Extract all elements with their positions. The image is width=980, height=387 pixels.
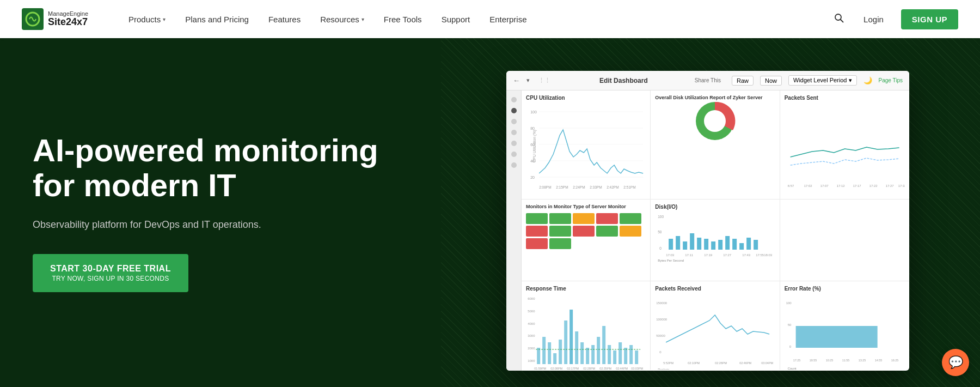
hero-left: AI-powered monitoring for modern IT Obse… (0, 38, 441, 387)
error-rate-chart: 100 50 0 17:25 18:55 10:25 11:55 13:2 (785, 293, 905, 370)
svg-rect-101 (795, 326, 877, 348)
svg-text:2:15PM: 2:15PM (556, 185, 568, 189)
svg-rect-37 (690, 233, 694, 250)
monitor-box-6 (526, 226, 548, 237)
svg-text:100: 100 (530, 110, 537, 114)
hero-title: AI-powered monitoring for modern IT (33, 133, 408, 203)
svg-text:2:51PM: 2:51PM (623, 185, 635, 189)
svg-text:CPU Utilization (%): CPU Utilization (%) (532, 130, 537, 162)
svg-text:17:11: 17:11 (685, 253, 694, 257)
svg-rect-63 (548, 342, 551, 364)
charts-row-3: Response Time 6000 5000 4000 3000 2000 1… (522, 281, 909, 370)
packets-sent-chart: 6:57 17:02 17:07 17:12 17:17 17:22 17:27… (785, 102, 905, 190)
svg-text:17:32: 17:32 (898, 184, 905, 188)
svg-text:17:12: 17:12 (836, 184, 845, 188)
svg-rect-44 (739, 243, 744, 250)
svg-text:6000: 6000 (528, 297, 535, 300)
nav-free-tools[interactable]: Free Tools (376, 10, 430, 28)
dashboard-dropdown[interactable]: ▾ (526, 77, 530, 84)
sidebar-dot-4 (511, 130, 517, 135)
svg-rect-72 (597, 337, 600, 364)
dashboard-topbar: ← ▾ ⋮⋮ Edit Dashboard Share This Raw Now… (506, 71, 909, 90)
dashboard-back-button[interactable]: ← (513, 76, 520, 84)
svg-text:13:25: 13:25 (858, 359, 866, 362)
monitor-box-8 (573, 226, 595, 237)
svg-text:50: 50 (787, 323, 791, 326)
response-time-title: Response Time (526, 286, 646, 292)
nav-features[interactable]: Features (261, 10, 308, 28)
svg-rect-67 (569, 310, 573, 364)
svg-text:50: 50 (658, 230, 662, 234)
chat-bubble-button[interactable]: 💬 (942, 349, 969, 376)
logo-text: ManageEngine Site24x7 (48, 10, 88, 28)
cpu-utilization-panel: CPU Utilization 100 80 60 40 20 CPU Util… (522, 90, 651, 199)
dashboard-title: Edit Dashboard (559, 77, 688, 84)
cta-main-text: START 30-DAY FREE TRIAL (50, 264, 171, 274)
svg-text:02:17PM: 02:17PM (567, 367, 579, 370)
search-icon (834, 13, 844, 23)
nav-plans-pricing[interactable]: Plans and Pricing (177, 10, 256, 28)
charts-row-1: CPU Utilization 100 80 60 40 20 CPU Util… (522, 90, 909, 199)
svg-text:80: 80 (530, 126, 535, 130)
svg-rect-41 (718, 240, 722, 250)
svg-text:02:28PM: 02:28PM (715, 361, 727, 365)
nav-products[interactable]: Products ▾ (121, 10, 173, 28)
svg-text:03:04PM: 03:04PM (761, 361, 773, 365)
svg-text:14:55: 14:55 (874, 359, 882, 362)
products-chevron-icon: ▾ (163, 16, 166, 22)
dashboard-sidebar (506, 90, 522, 371)
monitor-boxes-grid (526, 211, 646, 251)
page-tips-label[interactable]: Page Tips (879, 77, 903, 83)
sidebar-dot-2 (511, 108, 517, 113)
login-button[interactable]: Login (857, 10, 890, 28)
moon-icon[interactable]: 🌙 (863, 76, 872, 84)
svg-text:17:17: 17:17 (853, 184, 861, 188)
packets-sent-panel: Packets Sent 6:57 17:02 17:07 17:12 1 (780, 90, 909, 199)
svg-text:0: 0 (659, 246, 661, 250)
nav-enterprise[interactable]: Enterprise (482, 10, 534, 28)
signup-button[interactable]: SIGN UP (901, 9, 958, 29)
now-button[interactable]: Now (760, 76, 782, 86)
svg-text:02:08PM: 02:08PM (550, 367, 562, 370)
hero-cta-button[interactable]: START 30-DAY FREE TRIAL TRY NOW, SIGN UP… (33, 254, 188, 292)
svg-rect-78 (629, 345, 633, 364)
svg-text:10:25: 10:25 (825, 359, 833, 362)
svg-text:17:07: 17:07 (820, 184, 829, 188)
nav-resources[interactable]: Resources ▾ (313, 10, 372, 28)
svg-text:16:25: 16:25 (891, 359, 898, 362)
widget-level-button[interactable]: Widget Level Period ▾ (788, 75, 857, 86)
hero-right: ← ▾ ⋮⋮ Edit Dashboard Share This Raw Now… (441, 38, 980, 387)
svg-text:1000: 1000 (528, 359, 535, 362)
svg-rect-70 (586, 348, 589, 364)
disk-io-chart: 100 50 0 (655, 211, 775, 277)
svg-rect-35 (676, 236, 680, 250)
svg-text:02:35PM: 02:35PM (599, 367, 611, 370)
svg-text:03:03PM: 03:03PM (631, 367, 643, 370)
svg-rect-66 (564, 321, 567, 364)
empty-panel-1 (780, 199, 909, 281)
cpu-panel-title: CPU Utilization (526, 95, 646, 101)
charts-row-2: Monitors in Monitor Type of Server Monit… (522, 199, 909, 281)
monitor-type-title: Monitors in Monitor Type of Server Monit… (526, 204, 646, 209)
response-time-chart: 6000 5000 4000 3000 2000 1000 (526, 293, 646, 370)
disk-utilization-panel: Overall Disk Utilization Report of Zyker… (651, 90, 780, 199)
svg-text:6:57: 6:57 (787, 184, 794, 188)
search-button[interactable] (832, 11, 846, 28)
logo[interactable]: ManageEngine Site24x7 (22, 8, 88, 30)
monitor-box-5 (620, 213, 641, 224)
svg-text:17:03: 17:03 (666, 253, 675, 257)
monitor-box-10 (620, 226, 641, 237)
raw-button[interactable]: Raw (732, 76, 754, 86)
svg-text:02:44PM: 02:44PM (616, 367, 628, 370)
monitor-box-1 (526, 213, 548, 224)
svg-rect-38 (697, 238, 701, 250)
svg-text:01:59PM: 01:59PM (534, 367, 546, 370)
svg-text:5000: 5000 (528, 310, 535, 313)
nav-support[interactable]: Support (434, 10, 478, 28)
svg-text:Bytes Per Second: Bytes Per Second (658, 259, 684, 262)
monitor-box-7 (549, 226, 571, 237)
svg-text:17:55: 17:55 (756, 253, 764, 257)
svg-rect-43 (732, 239, 737, 250)
monitor-box-12 (549, 238, 571, 249)
chat-icon: 💬 (948, 355, 963, 370)
